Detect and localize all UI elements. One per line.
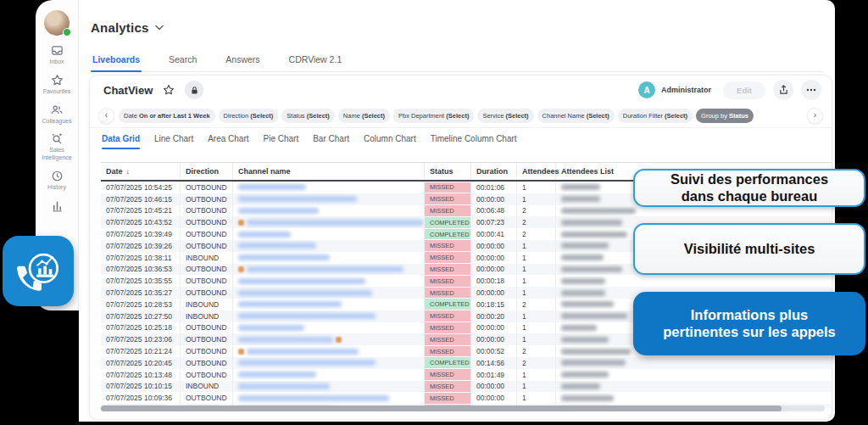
cell-status: COMPLETED [425,299,471,310]
sort-descending-icon[interactable]: ↓ [126,167,131,176]
view-tab-column-chart[interactable]: Column Chart [364,134,416,149]
column-header-direction[interactable]: Direction [181,163,233,180]
filter-chip-direction[interactable]: Direction (Select) [219,109,279,123]
column-header-duration[interactable]: Duration [471,163,517,180]
filter-chip-group-by[interactable]: Group by Status [696,109,754,123]
view-tab-timeline-column-chart[interactable]: Timeline Column Chart [431,134,517,149]
channel-link-redacted[interactable] [247,266,403,272]
sidebar-item-colleagues[interactable]: Colleagues [36,103,78,126]
tab-cdrview-2-1[interactable]: CDRView 2.1 [287,51,344,71]
inbox-icon [51,44,64,57]
lock-icon[interactable] [185,81,203,99]
chevron-down-icon[interactable] [155,25,164,31]
channel-link-redacted[interactable] [238,208,319,214]
cell-date: 07/07/2025 10:45:21 [101,205,181,217]
table-row[interactable]: 07/07/2025 10:35:55OUTBOUNDMISSED00:00:1… [101,275,832,287]
tab-search[interactable]: Search [167,51,198,71]
filter-chip-pbx-department[interactable]: Pbx Department (Select) [393,109,474,123]
owner-avatar: A [638,81,655,98]
favourite-star-icon[interactable] [159,81,178,99]
cell-direction: OUTBOUND [181,182,233,193]
cell-attendees: 2 [517,357,556,369]
attendees-list-redacted [561,220,622,226]
cell-attendees-list [556,392,832,404]
cell-duration: 00:00:41 [471,228,517,240]
status-badge: MISSED [425,288,470,299]
cell-channel-name [233,216,425,228]
tab-liveboards[interactable]: Liveboards [91,51,142,71]
sidebar-item-inbox[interactable]: Inbox [36,44,78,66]
channel-link-redacted[interactable] [238,372,316,377]
cell-channel-name [233,392,425,404]
column-header-date[interactable]: Date↓ [101,163,181,180]
sidebar-item-favourites[interactable]: Favourites [36,74,78,96]
column-header-attendees[interactable]: Attendees [517,163,556,180]
sidebar-item-sales-intelligence[interactable]: Sales Intelligence [36,132,78,162]
filter-chip-channel-name[interactable]: Channel Name (Select) [537,109,615,123]
cell-channel-name [233,310,425,322]
edit-button[interactable]: Edit [723,81,765,99]
channel-emoji-icon [238,349,244,355]
attendees-list-redacted [561,325,597,331]
cell-attendees: 1 [517,193,556,205]
column-header-status[interactable]: Status [425,163,471,180]
view-tab-bar-chart[interactable]: Bar Chart [313,134,349,149]
channel-link-redacted[interactable] [238,383,330,389]
attendees-list-redacted [561,372,609,377]
filter-chip-service[interactable]: Service (Select) [477,109,533,123]
channel-link-redacted[interactable] [238,395,389,401]
cell-direction: OUTBOUND [181,216,233,228]
status-badge: MISSED [425,276,470,287]
channel-link-redacted[interactable] [238,290,372,296]
table-row[interactable]: 07/07/2025 10:09:36OUTBOUNDMISSED00:00:0… [101,392,832,404]
cell-duration: 00:06:48 [471,205,517,217]
attendees-list-redacted [561,383,600,389]
share-button[interactable] [773,80,793,100]
channel-link-redacted[interactable] [238,254,330,260]
cell-duration: 00:14:56 [471,357,517,369]
cell-date: 07/07/2025 10:20:45 [101,357,181,369]
channel-link-redacted[interactable] [238,337,333,343]
channel-link-redacted[interactable] [238,278,365,284]
user-avatar[interactable] [44,10,70,36]
cell-attendees-list [556,381,832,393]
view-tab-data-grid[interactable]: Data Grid [102,134,140,149]
attendees-list-redacted [561,196,600,202]
cell-date: 07/07/2025 10:21:24 [101,345,181,357]
cell-attendees: 2 [517,299,556,310]
history-icon [51,170,64,182]
cell-date: 07/07/2025 10:39:26 [101,240,181,252]
sidebar-item-history[interactable]: History [36,170,78,192]
channel-link-redacted[interactable] [238,243,316,249]
more-options-button[interactable] [801,80,821,100]
view-tab-area-chart[interactable]: Area Chart [208,134,248,149]
filter-chip-date[interactable]: Date On or after Last 1 Week [119,109,215,123]
favourites-icon [51,74,64,87]
channel-link-redacted[interactable] [238,301,342,307]
channel-link-redacted[interactable] [238,232,291,238]
scrollbar-thumb[interactable] [101,405,782,411]
view-tab-line-chart[interactable]: Line Chart [154,134,193,149]
channel-link-redacted[interactable] [247,349,359,355]
filters-scroll-right-button[interactable]: › [807,108,823,124]
filters-scroll-left-button[interactable]: ‹ [98,108,114,124]
channel-link-redacted[interactable] [238,196,357,202]
channel-link-redacted[interactable] [238,360,376,366]
table-row[interactable]: 07/07/2025 10:10:15INBOUNDMISSED00:00:00… [101,381,832,393]
cell-attendees: 1 [517,264,556,276]
filter-chip-status[interactable]: Status (Select) [281,109,334,123]
table-row[interactable]: 07/07/2025 10:13:48OUTBOUNDMISSED00:01:4… [101,369,832,381]
horizontal-scrollbar[interactable] [101,405,825,411]
filter-chip-name[interactable]: Name (Select) [338,109,390,123]
column-header-channel-name[interactable]: Channel name [233,163,425,180]
view-tab-pie-chart[interactable]: Pie Chart [264,134,299,149]
channel-link-redacted[interactable] [238,325,304,331]
cell-direction: OUTBOUND [181,275,233,287]
sidebar-item-analytics[interactable] [36,199,78,212]
channel-link-redacted[interactable] [238,184,306,190]
filter-chip-duration-filter[interactable]: Duration Filter (Select) [618,109,693,123]
channel-link-redacted[interactable] [247,220,424,226]
tab-answers[interactable]: Answers [224,51,261,71]
table-row[interactable]: 07/07/2025 10:20:45OUTBOUNDCOMPLETED00:1… [101,357,832,369]
channel-link-redacted[interactable] [238,313,376,319]
